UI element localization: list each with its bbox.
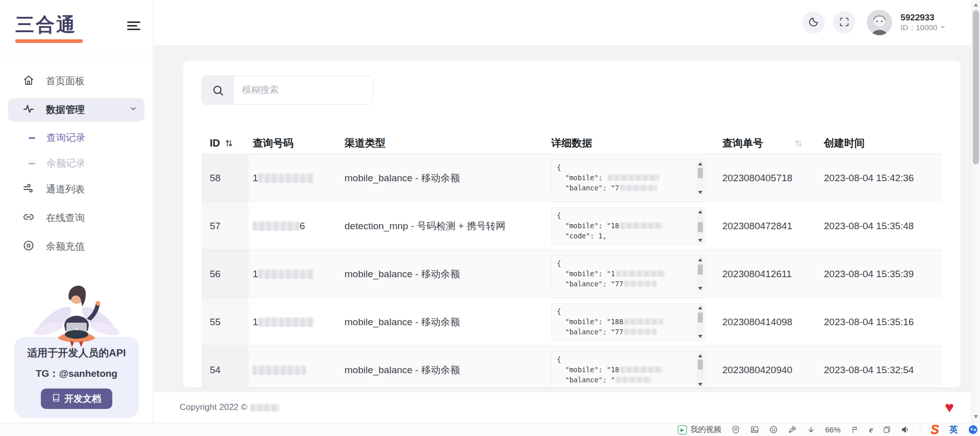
row-id: 55 bbox=[210, 317, 220, 328]
detail-json-box[interactable]: { "mobile": "18 "code": 1, bbox=[551, 207, 705, 245]
json-scrollbar-thumb[interactable] bbox=[698, 312, 703, 323]
home-icon bbox=[22, 74, 35, 89]
page-content: ID 查询号码 渠道类型 详细数据 查询单号 创建时间 58 1 mobile_… bbox=[153, 45, 971, 392]
json-scrollbar[interactable] bbox=[697, 257, 704, 292]
sort-icon[interactable] bbox=[225, 139, 233, 148]
detail-json-box[interactable]: { "mobile": "188 "balance": "77 bbox=[551, 303, 705, 341]
sidebar-item-online-query[interactable]: 在线查询 bbox=[8, 206, 144, 230]
scroll-down-arrow[interactable] bbox=[698, 383, 702, 386]
redacted-json-value bbox=[620, 185, 657, 191]
sidebar-item-balance-recharge[interactable]: 余额充值 bbox=[8, 235, 144, 258]
redacted-phone bbox=[253, 366, 306, 375]
table-row[interactable]: 54 mobile_balance - 移动余额 { "mobile": "18… bbox=[202, 346, 942, 387]
brand-logo[interactable]: 三合通 bbox=[15, 12, 83, 43]
avatar[interactable] bbox=[867, 10, 892, 35]
scroll-down-arrow[interactable] bbox=[698, 287, 702, 290]
scroll-up-arrow[interactable] bbox=[698, 162, 702, 165]
screenshot-icon[interactable] bbox=[750, 425, 759, 434]
browser-taskbar: ▶ 我的视频 66% e S 英 bbox=[0, 423, 980, 436]
shield-icon[interactable] bbox=[731, 425, 740, 434]
row-id-cell: 56 bbox=[202, 250, 249, 298]
fullscreen-button[interactable] bbox=[833, 11, 855, 34]
scrollbar-thumb[interactable] bbox=[973, 10, 979, 164]
download-icon[interactable] bbox=[807, 426, 815, 434]
scroll-up-arrow[interactable] bbox=[698, 258, 702, 261]
detail-json-box[interactable]: { "mobile": "balance": "7 bbox=[551, 159, 705, 197]
table-row[interactable]: 58 1 mobile_balance - 移动余额 { "mobile": "… bbox=[202, 154, 942, 202]
sidebar-item-channel-list[interactable]: 通道列表 bbox=[8, 178, 144, 201]
row-channel: mobile_balance - 移动余额 bbox=[345, 365, 460, 375]
sidebar-item-data-management[interactable]: 数据管理 bbox=[8, 98, 144, 122]
column-header-phone: 查询号码 bbox=[249, 136, 340, 150]
column-header-order[interactable]: 查询单号 bbox=[718, 136, 818, 150]
records-card: ID 查询号码 渠道类型 详细数据 查询单号 创建时间 58 1 mobile_… bbox=[183, 61, 961, 387]
page-footer: Copyright 2022 © ♥ bbox=[153, 392, 971, 423]
scroll-down-arrow[interactable] bbox=[698, 335, 702, 338]
chevron-down-icon bbox=[940, 23, 946, 33]
zoom-level[interactable]: 66% bbox=[825, 425, 841, 434]
moon-icon bbox=[808, 16, 819, 29]
redacted-phone bbox=[258, 318, 313, 327]
json-scrollbar-thumb[interactable] bbox=[698, 264, 703, 275]
sidebar-item-query-records[interactable]: 查询记录 bbox=[8, 127, 144, 149]
scroll-up-arrow[interactable] bbox=[974, 3, 978, 7]
json-scrollbar[interactable] bbox=[697, 209, 704, 244]
column-header-id[interactable]: ID bbox=[202, 137, 249, 149]
table-row[interactable]: 55 1 mobile_balance - 移动余额 { "mobile": "… bbox=[202, 298, 942, 346]
dark-mode-toggle[interactable] bbox=[802, 11, 825, 34]
row-id-cell: 54 bbox=[202, 346, 249, 387]
detail-json-box[interactable]: { "mobile": "1 "balance": "77 bbox=[551, 255, 705, 293]
sidebar-item-home[interactable]: 首页面板 bbox=[8, 69, 144, 93]
dev-docs-button-label: 开发文档 bbox=[64, 393, 101, 405]
scroll-up-arrow[interactable] bbox=[698, 306, 702, 309]
json-content: { "mobile": "18 "code": 1, bbox=[552, 208, 705, 245]
table-row[interactable]: 57 6 detection_mnp - 号码检测 + 携号转网 { "mobi… bbox=[202, 202, 942, 250]
detail-json-box[interactable]: { "mobile": "18 "balance": " bbox=[551, 351, 705, 388]
json-scrollbar[interactable] bbox=[697, 353, 704, 387]
redacted-phone bbox=[258, 270, 313, 279]
json-content: { "mobile": "188 "balance": "77 bbox=[552, 304, 705, 341]
sidebar-item-label: 通道列表 bbox=[46, 183, 85, 196]
sogou-tools-icon[interactable] bbox=[968, 425, 978, 434]
page-scrollbar[interactable] bbox=[971, 0, 980, 423]
search-input[interactable] bbox=[234, 76, 373, 104]
flag-icon[interactable] bbox=[851, 426, 859, 434]
row-created-at: 2023-08-04 15:35:16 bbox=[824, 317, 914, 327]
json-scrollbar[interactable] bbox=[697, 161, 704, 196]
scroll-up-arrow[interactable] bbox=[698, 210, 702, 213]
sidebar-collapse-button[interactable] bbox=[126, 18, 143, 33]
json-scrollbar[interactable] bbox=[697, 305, 704, 340]
json-scrollbar-thumb[interactable] bbox=[698, 222, 703, 232]
row-created-at: 2023-08-04 15:35:48 bbox=[824, 221, 914, 231]
ime-language-indicator[interactable]: 英 bbox=[949, 424, 958, 435]
scroll-down-arrow[interactable] bbox=[698, 239, 702, 242]
row-created-at: 2023-08-04 15:35:39 bbox=[824, 269, 914, 279]
row-id: 56 bbox=[210, 269, 220, 280]
user-menu[interactable]: 5922933 ID：10000 bbox=[900, 12, 946, 33]
redacted-phone bbox=[253, 222, 300, 231]
sidebar-item-balance-records[interactable]: 余额记录 bbox=[8, 152, 144, 175]
scroll-down-arrow[interactable] bbox=[974, 415, 978, 419]
table-row[interactable]: 56 1 mobile_balance - 移动余额 { "mobile": "… bbox=[202, 250, 942, 298]
sidebar-item-label: 余额记录 bbox=[46, 157, 85, 170]
table-header-row: ID 查询号码 渠道类型 详细数据 查询单号 创建时间 bbox=[202, 133, 942, 154]
json-scrollbar-thumb[interactable] bbox=[698, 359, 703, 370]
dev-docs-button[interactable]: 开发文档 bbox=[41, 389, 112, 409]
sogou-input-icon[interactable]: S bbox=[930, 423, 939, 436]
json-content: { "mobile": "1 "balance": "77 bbox=[552, 256, 705, 293]
smiley-icon[interactable] bbox=[769, 425, 778, 434]
scroll-down-arrow[interactable] bbox=[698, 191, 702, 194]
dash-icon bbox=[29, 163, 35, 164]
rocket-icon[interactable] bbox=[788, 425, 797, 434]
coin-icon bbox=[22, 239, 35, 254]
restore-window-icon[interactable] bbox=[883, 426, 891, 433]
json-scrollbar-thumb[interactable] bbox=[698, 168, 703, 178]
speaker-icon[interactable] bbox=[901, 425, 910, 434]
my-videos-button[interactable]: ▶ 我的视频 bbox=[678, 425, 721, 434]
row-created-at: 2023-08-04 15:42:36 bbox=[824, 173, 914, 183]
play-icon: ▶ bbox=[678, 425, 687, 434]
browser-mode-icon[interactable]: e bbox=[869, 425, 873, 435]
sort-icon[interactable] bbox=[795, 139, 802, 148]
sidebar-item-label: 数据管理 bbox=[46, 103, 85, 116]
scroll-up-arrow[interactable] bbox=[698, 354, 702, 357]
